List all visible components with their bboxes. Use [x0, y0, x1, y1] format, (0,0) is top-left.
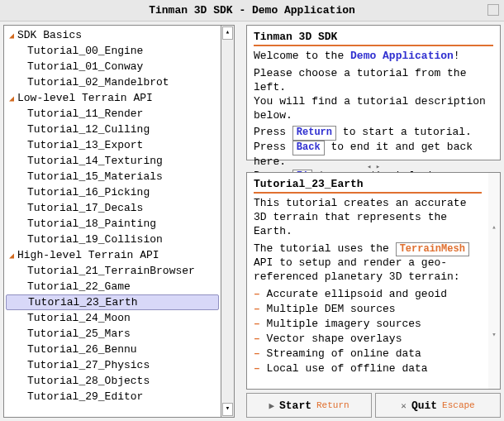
scroll-up-icon[interactable]: ▴: [222, 26, 233, 40]
tree-item[interactable]: Tutorial_02_Mandelbrot: [4, 74, 221, 90]
intro-title: Tinman 3D SDK: [254, 31, 493, 46]
expand-icon: ◢: [9, 251, 17, 261]
tree-item[interactable]: Tutorial_24_Moon: [4, 310, 221, 326]
intro-welcome: Welcome to the Demo Application!: [254, 50, 493, 64]
tree-item[interactable]: Tutorial_18_Painting: [4, 216, 221, 232]
tree-item[interactable]: Tutorial_12_Culling: [4, 122, 221, 137]
maximize-button[interactable]: [487, 4, 499, 16]
bullet-item: – Local use of offline data: [254, 362, 482, 375]
expand-icon: ◢: [9, 93, 17, 103]
expand-icon: ◢: [9, 31, 17, 41]
tree-item[interactable]: Tutorial_25_Mars: [4, 326, 221, 342]
bullet-item: – Streaming of online data: [254, 347, 482, 360]
tree-category[interactable]: ◢ High-level Terrain API: [4, 247, 221, 263]
detail-panel: Tutorial_23_Earth This tutorial creates …: [246, 172, 501, 390]
intro-panel: Tinman 3D SDK Welcome to the Demo Applic…: [246, 25, 501, 160]
tree-item[interactable]: Tutorial_22_Game: [4, 279, 221, 294]
tree-item[interactable]: Tutorial_19_Collision: [4, 232, 221, 247]
tutorial-tree[interactable]: ◢ SDK BasicsTutorial_00_EngineTutorial_0…: [3, 25, 221, 418]
bullet-item: – Vector shape overlays: [254, 332, 482, 345]
start-button[interactable]: ▶ Start Return: [246, 393, 372, 418]
tree-item[interactable]: Tutorial_27_Physics: [4, 357, 221, 373]
tree-item[interactable]: Tutorial_28_Objects: [4, 373, 221, 389]
vertical-splitter[interactable]: [238, 25, 243, 418]
bullet-item: – Multiple imagery sources: [254, 318, 482, 330]
tree-item[interactable]: Tutorial_13_Export: [4, 137, 221, 153]
bullet-item: – Accurate ellipsoid and geoid: [254, 288, 482, 300]
tree-item[interactable]: Tutorial_16_Picking: [4, 184, 221, 200]
tree-item[interactable]: Tutorial_01_Conway: [4, 59, 221, 74]
titlebar: Tinman 3D SDK - Demo Application: [0, 0, 504, 22]
tree-category[interactable]: ◢ Low-level Terrain API: [4, 90, 221, 106]
bullet-item: – Multiple DEM sources: [254, 303, 482, 315]
play-icon: ▶: [269, 400, 274, 411]
tree-item[interactable]: Tutorial_21_TerrainBrowser: [4, 263, 221, 279]
kbd-back: Back: [292, 141, 325, 155]
tree-item[interactable]: Tutorial_14_Texturing: [4, 153, 221, 169]
tree-item[interactable]: Tutorial_26_Bennu: [4, 342, 221, 357]
close-icon: ✕: [401, 400, 407, 411]
detail-title: Tutorial_23_Earth: [254, 178, 482, 194]
tree-item[interactable]: Tutorial_15_Materials: [4, 169, 221, 184]
tree-item[interactable]: Tutorial_00_Engine: [4, 43, 221, 59]
kbd-return: Return: [292, 126, 336, 141]
tree-item[interactable]: Tutorial_17_Decals: [4, 200, 221, 216]
tree-category[interactable]: ◢ SDK Basics: [4, 27, 221, 43]
tree-item[interactable]: Tutorial_23_Earth: [6, 294, 219, 310]
scroll-down-icon[interactable]: ▾: [222, 403, 233, 416]
window-title: Tinman 3D SDK - Demo Application: [149, 4, 355, 17]
terrainmesh-link[interactable]: TerrainMesh: [396, 242, 469, 257]
detail-scrollbar[interactable]: ▴▾: [488, 173, 500, 389]
tree-item[interactable]: Tutorial_11_Render: [4, 106, 221, 122]
quit-button[interactable]: ✕ Quit Escape: [375, 393, 501, 418]
tree-item[interactable]: Tutorial_29_Editor: [4, 389, 221, 404]
tree-scrollbar[interactable]: ▴ ▾: [221, 25, 235, 418]
demo-app-link[interactable]: Demo Application: [350, 50, 454, 62]
